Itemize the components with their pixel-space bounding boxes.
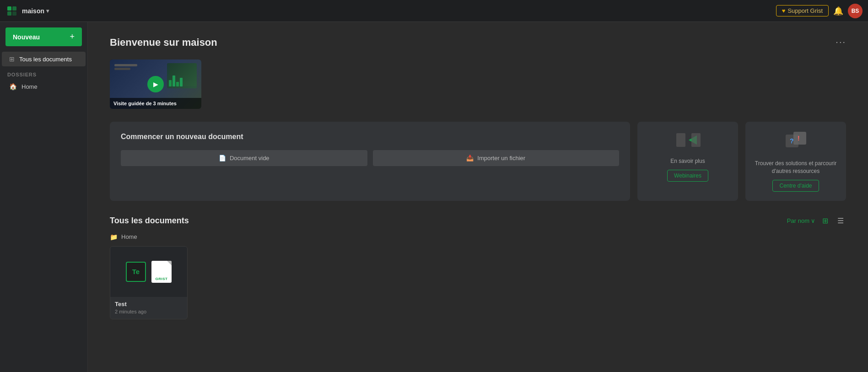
help-title: Trouver des solutions et parcourir d'aut… xyxy=(755,160,837,175)
topbar-right: ♥ Support Grist 🔔 BS xyxy=(776,4,863,18)
more-options-button[interactable]: ··· xyxy=(836,37,846,47)
section-controls: Par nom ∨ ⊞ ☰ xyxy=(787,216,846,226)
doc-card-test[interactable]: Te GRIST Test 2 minutes ago xyxy=(110,246,188,319)
svg-rect-6 xyxy=(691,133,701,147)
learn-more-card: En savoir plus Webinaires xyxy=(637,122,738,201)
dossiers-section-label: DOSSIERS xyxy=(0,66,87,79)
doc-time: 2 minutes ago xyxy=(115,309,183,314)
grist-label: GRIST xyxy=(156,277,168,281)
org-name: maison xyxy=(22,7,44,15)
webinars-button[interactable]: Webinaires xyxy=(667,170,708,182)
video-card[interactable]: ▶ Visite guidée de 3 minutes xyxy=(110,59,201,109)
app-logo xyxy=(5,5,18,17)
grid-view-button[interactable]: ⊞ xyxy=(820,216,830,226)
doc-icon-grist: GRIST xyxy=(151,261,172,283)
svg-rect-0 xyxy=(7,6,11,11)
import-icon: 📥 xyxy=(466,155,474,162)
topbar: maison ▾ ♥ Support Grist 🔔 BS xyxy=(0,0,868,22)
learn-more-title: En savoir plus xyxy=(670,157,705,165)
help-center-button[interactable]: Centre d'aide xyxy=(772,180,819,192)
plus-icon: + xyxy=(70,32,75,42)
svg-rect-9 xyxy=(793,132,806,145)
page-header: Bienvenue sur maison ··· xyxy=(110,37,846,49)
doc-info: Test 2 minutes ago xyxy=(110,297,187,319)
svg-text:?: ? xyxy=(790,137,794,145)
page-title: Bienvenue sur maison xyxy=(110,37,217,49)
import-label: Importer un fichier xyxy=(477,155,525,162)
empty-doc-button[interactable]: 📄 Document vide xyxy=(121,150,367,166)
doc-grid: Te GRIST Test 2 minutes ago xyxy=(110,246,846,319)
sidebar-item-all-docs[interactable]: ⊞ Tous les documents xyxy=(2,52,86,66)
doc-name: Test xyxy=(115,301,183,307)
new-button-label: Nouveau xyxy=(13,33,40,41)
svg-rect-1 xyxy=(12,6,16,11)
sort-label: Par nom xyxy=(787,217,809,224)
play-button[interactable]: ▶ xyxy=(147,76,164,92)
avatar[interactable]: BS xyxy=(848,4,863,18)
chevron-down-icon: ▾ xyxy=(46,8,49,14)
all-docs-section-header: Tous les documents Par nom ∨ ⊞ ☰ xyxy=(110,216,846,226)
sort-chevron-icon: ∨ xyxy=(811,217,815,224)
all-docs-icon: ⊞ xyxy=(9,55,15,63)
cards-row: Commencer un nouveau document 📄 Document… xyxy=(110,122,846,201)
all-docs-title: Tous les documents xyxy=(110,216,189,226)
folder-name: Home xyxy=(121,233,137,240)
doc-icon-te: Te xyxy=(126,262,146,282)
svg-rect-2 xyxy=(7,11,11,16)
new-doc-card: Commencer un nouveau document 📄 Document… xyxy=(110,122,630,201)
svg-rect-4 xyxy=(676,133,685,147)
sidebar-item-all-docs-label: Tous les documents xyxy=(19,56,72,63)
folder-row: 📁 Home xyxy=(110,233,846,241)
sidebar-item-home[interactable]: 🏠 Home xyxy=(2,79,86,94)
topbar-left: maison ▾ xyxy=(5,5,49,17)
webinars-label: Webinaires xyxy=(674,173,701,179)
layout: Nouveau + ⊞ Tous les documents DOSSIERS … xyxy=(0,22,868,372)
main-content: Bienvenue sur maison ··· xyxy=(88,22,868,372)
import-file-button[interactable]: 📥 Importer un fichier xyxy=(373,150,620,166)
sidebar-item-home-label: Home xyxy=(22,83,38,90)
folder-icon: 📁 xyxy=(110,233,118,241)
notifications-bell-icon[interactable]: 🔔 xyxy=(833,6,843,16)
svg-text:!: ! xyxy=(798,135,800,142)
home-icon: 🏠 xyxy=(9,83,17,90)
support-label: Support Grist xyxy=(787,7,823,14)
support-grist-button[interactable]: ♥ Support Grist xyxy=(776,5,829,16)
org-selector[interactable]: maison ▾ xyxy=(22,7,49,15)
list-view-button[interactable]: ☰ xyxy=(835,216,846,226)
heart-icon: ♥ xyxy=(782,7,786,14)
help-card: ? ! Trouver des solutions et parcourir d… xyxy=(745,122,846,201)
doc-preview: Te GRIST xyxy=(110,247,187,297)
help-center-label: Centre d'aide xyxy=(779,183,812,189)
sort-button[interactable]: Par nom ∨ xyxy=(787,217,815,224)
doc-icon: 📄 xyxy=(219,155,226,162)
video-label: Visite guidée de 3 minutes xyxy=(110,98,201,109)
card-buttons: 📄 Document vide 📥 Importer un fichier xyxy=(121,150,619,166)
empty-doc-label: Document vide xyxy=(230,155,270,162)
new-button[interactable]: Nouveau + xyxy=(5,27,82,46)
svg-rect-3 xyxy=(12,11,16,16)
avatar-initials: BS xyxy=(852,8,859,14)
webinar-icon xyxy=(674,131,701,153)
new-doc-card-title: Commencer un nouveau document xyxy=(121,133,619,141)
help-icon: ? ! xyxy=(783,131,809,155)
sidebar: Nouveau + ⊞ Tous les documents DOSSIERS … xyxy=(0,22,88,372)
